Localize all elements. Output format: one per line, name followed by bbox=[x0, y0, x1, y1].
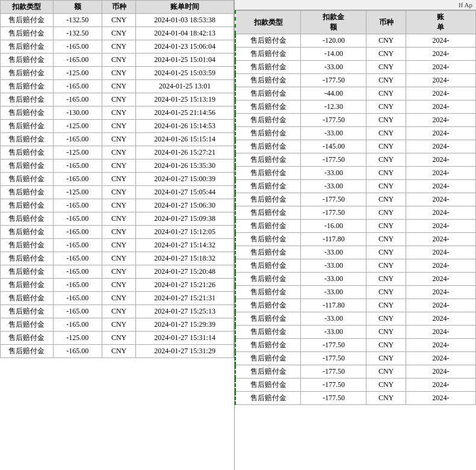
right-cell-8-0: 售后赔付金 bbox=[235, 140, 301, 153]
left-cell-12-3: 2024-01-27 15:00:39 bbox=[136, 173, 234, 186]
left-cell-9-1: -165.00 bbox=[53, 133, 102, 146]
right-cell-17-0: 售后赔付金 bbox=[235, 259, 301, 273]
right-cell-10-1: -33.00 bbox=[301, 167, 366, 180]
right-cell-4-2: CNY bbox=[366, 87, 406, 100]
right-cell-18-2: CNY bbox=[366, 273, 406, 286]
left-cell-25-2: CNY bbox=[102, 345, 135, 358]
right-cell-22-3: 2024- bbox=[406, 326, 475, 339]
right-cell-19-3: 2024- bbox=[406, 286, 475, 299]
left-cell-8-3: 2024-01-26 15:14:53 bbox=[136, 120, 234, 133]
right-table-row: 售后赔付金-44.00CNY2024- bbox=[235, 87, 476, 100]
right-cell-22-1: -33.00 bbox=[301, 326, 366, 339]
left-col-time: 账单时间 bbox=[136, 1, 234, 14]
left-cell-7-2: CNY bbox=[102, 107, 135, 120]
right-cell-19-1: -33.00 bbox=[301, 286, 366, 299]
left-cell-15-3: 2024-01-27 15:09:38 bbox=[136, 212, 234, 226]
right-cell-8-3: 2024- bbox=[406, 140, 475, 153]
left-table-row: 售后赔付金-125.00CNY2024-01-27 15:31:14 bbox=[1, 332, 234, 345]
right-table-row: 售后赔付金-33.00CNY2024- bbox=[235, 326, 476, 339]
right-cell-14-1: -16.00 bbox=[301, 220, 366, 233]
right-cell-21-3: 2024- bbox=[406, 312, 475, 326]
left-cell-14-1: -165.00 bbox=[53, 199, 102, 212]
left-cell-25-3: 2024-01-27 15:31:29 bbox=[136, 345, 234, 358]
right-scroll[interactable]: 扣款类型 扣款金额 币种 账单 售后赔付金-120.00CNY2024-售后赔付… bbox=[235, 10, 476, 470]
left-cell-17-0: 售后赔付金 bbox=[1, 239, 54, 252]
left-table-row: 售后赔付金-165.00CNY2024-01-27 15:14:32 bbox=[1, 239, 234, 252]
right-cell-17-3: 2024- bbox=[406, 259, 475, 273]
left-cell-8-0: 售后赔付金 bbox=[1, 120, 54, 133]
left-cell-17-1: -165.00 bbox=[53, 239, 102, 252]
left-cell-10-1: -125.00 bbox=[53, 146, 102, 159]
right-cell-23-2: CNY bbox=[366, 339, 406, 352]
left-cell-19-2: CNY bbox=[102, 265, 135, 279]
right-cell-26-1: -177.50 bbox=[301, 379, 366, 392]
right-table-row: 售后赔付金-177.50CNY2024- bbox=[235, 392, 476, 405]
left-cell-16-0: 售后赔付金 bbox=[1, 226, 54, 239]
right-cell-17-1: -33.00 bbox=[301, 259, 366, 273]
left-cell-7-1: -130.00 bbox=[53, 107, 102, 120]
right-cell-12-3: 2024- bbox=[406, 193, 475, 206]
left-cell-2-0: 售后赔付金 bbox=[1, 40, 54, 54]
right-cell-9-3: 2024- bbox=[406, 153, 475, 167]
left-cell-8-1: -125.00 bbox=[53, 120, 102, 133]
left-table-row: 售后赔付金-165.00CNY2024-01-27 15:21:31 bbox=[1, 292, 234, 305]
right-table-body: 售后赔付金-120.00CNY2024-售后赔付金-14.00CNY2024-售… bbox=[235, 34, 476, 405]
left-cell-0-2: CNY bbox=[102, 14, 135, 27]
left-cell-2-1: -165.00 bbox=[53, 40, 102, 54]
right-cell-7-1: -33.00 bbox=[301, 127, 366, 140]
right-cell-21-2: CNY bbox=[366, 312, 406, 326]
left-cell-6-2: CNY bbox=[102, 93, 135, 107]
right-cell-6-1: -177.50 bbox=[301, 114, 366, 127]
left-cell-2-2: CNY bbox=[102, 40, 135, 54]
left-cell-9-2: CNY bbox=[102, 133, 135, 146]
right-cell-4-3: 2024- bbox=[406, 87, 475, 100]
left-cell-9-0: 售后赔付金 bbox=[1, 133, 54, 146]
left-table-row: 售后赔付金-165.00CNY2024-01-27 15:12:05 bbox=[1, 226, 234, 239]
right-cell-16-0: 售后赔付金 bbox=[235, 246, 301, 259]
right-cell-24-0: 售后赔付金 bbox=[235, 352, 301, 365]
left-cell-9-3: 2024-01-26 15:15:14 bbox=[136, 133, 234, 146]
left-cell-15-1: -165.00 bbox=[53, 212, 102, 226]
left-cell-0-3: 2024-01-03 18:53:38 bbox=[136, 14, 234, 27]
left-cell-10-2: CNY bbox=[102, 146, 135, 159]
left-cell-12-2: CNY bbox=[102, 173, 135, 186]
left-col-currency: 币种 bbox=[102, 1, 135, 14]
right-cell-4-1: -44.00 bbox=[301, 87, 366, 100]
right-cell-11-2: CNY bbox=[366, 180, 406, 193]
left-table-row: 售后赔付金-165.00CNY2024-01-27 15:20:48 bbox=[1, 265, 234, 279]
right-cell-20-3: 2024- bbox=[406, 299, 475, 312]
left-cell-17-2: CNY bbox=[102, 239, 135, 252]
left-cell-8-2: CNY bbox=[102, 120, 135, 133]
right-cell-13-2: CNY bbox=[366, 206, 406, 220]
left-cell-11-2: CNY bbox=[102, 159, 135, 173]
right-cell-5-3: 2024- bbox=[406, 100, 475, 114]
left-cell-14-2: CNY bbox=[102, 199, 135, 212]
right-table-row: 售后赔付金-117.80CNY2024- bbox=[235, 299, 476, 312]
right-cell-6-3: 2024- bbox=[406, 114, 475, 127]
left-cell-3-3: 2024-01-25 15:01:04 bbox=[136, 54, 234, 67]
left-header-row: 扣款类型 额 币种 账单时间 bbox=[1, 1, 234, 14]
left-cell-11-1: -165.00 bbox=[53, 159, 102, 173]
right-table-row: 售后赔付金-33.00CNY2024- bbox=[235, 312, 476, 326]
left-scroll[interactable]: 扣款类型 额 币种 账单时间 售后赔付金-132.50CNY2024-01-03… bbox=[0, 0, 234, 470]
right-table-row: 售后赔付金-33.00CNY2024- bbox=[235, 61, 476, 74]
right-cell-5-2: CNY bbox=[366, 100, 406, 114]
right-cell-7-2: CNY bbox=[366, 127, 406, 140]
left-cell-18-2: CNY bbox=[102, 252, 135, 265]
right-cell-14-2: CNY bbox=[366, 220, 406, 233]
right-cell-14-3: 2024- bbox=[406, 220, 475, 233]
right-cell-15-1: -117.80 bbox=[301, 233, 366, 246]
right-cell-15-0: 售后赔付金 bbox=[235, 233, 301, 246]
right-cell-6-2: CNY bbox=[366, 114, 406, 127]
left-cell-0-1: -132.50 bbox=[53, 14, 102, 27]
right-cell-26-0: 售后赔付金 bbox=[235, 379, 301, 392]
right-cell-27-1: -177.50 bbox=[301, 392, 366, 405]
right-cell-0-0: 售后赔付金 bbox=[235, 34, 301, 48]
left-table-row: 售后赔付金-165.00CNY2024-01-26 15:15:14 bbox=[1, 133, 234, 146]
right-cell-3-3: 2024- bbox=[406, 74, 475, 87]
left-cell-10-0: 售后赔付金 bbox=[1, 146, 54, 159]
left-panel: 扣款类型 额 币种 账单时间 售后赔付金-132.50CNY2024-01-03… bbox=[0, 0, 235, 470]
left-table-row: 售后赔付金-165.00CNY2024-01-27 15:00:39 bbox=[1, 173, 234, 186]
left-table-row: 售后赔付金-165.00CNY2024-01-27 15:09:38 bbox=[1, 212, 234, 226]
right-table-row: 售后赔付金-33.00CNY2024- bbox=[235, 273, 476, 286]
